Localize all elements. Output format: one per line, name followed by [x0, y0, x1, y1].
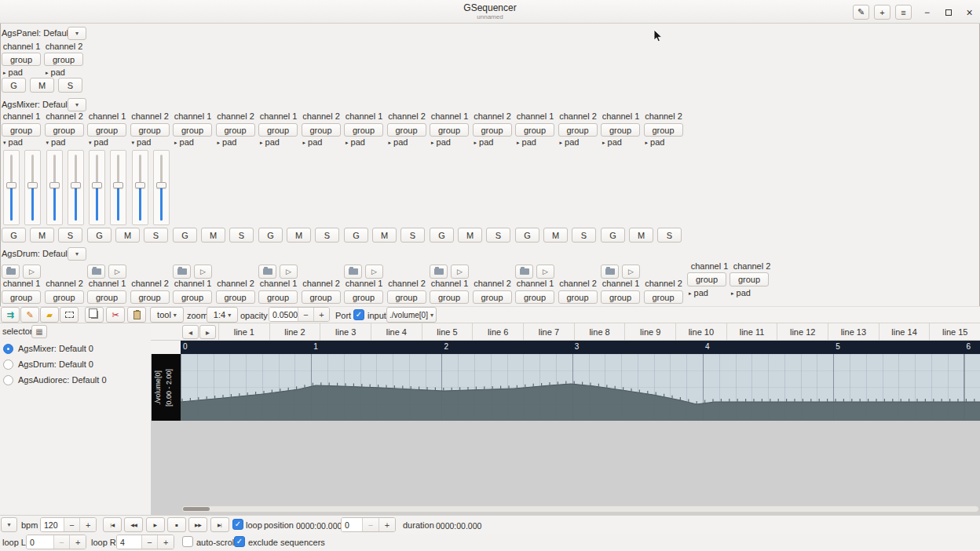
pad-expander[interactable]: ▸pad — [46, 68, 65, 77]
gms-s-button[interactable]: S — [58, 78, 82, 93]
bpm-decrement-button[interactable]: − — [64, 518, 80, 531]
line-header[interactable]: line 2 — [269, 323, 320, 340]
auto-scroll-checkbox[interactable] — [182, 536, 193, 547]
loop-right-value[interactable]: 4 — [117, 535, 141, 549]
gms-s-button[interactable]: S — [400, 228, 425, 243]
gms-s-button[interactable]: S — [229, 228, 254, 243]
scroll-left-button[interactable]: ◂ — [182, 325, 199, 339]
machine-menu-button[interactable]: ▾ — [68, 247, 86, 261]
group-button[interactable]: group — [216, 123, 255, 137]
gms-g-button[interactable]: G — [173, 228, 197, 243]
gms-g-button[interactable]: G — [2, 78, 26, 93]
gms-g-button[interactable]: G — [258, 228, 283, 243]
zoom-dropdown[interactable]: 1:4▾ — [207, 307, 238, 323]
add-button[interactable]: + — [874, 5, 890, 20]
group-button[interactable]: group — [473, 290, 512, 304]
machine-menu-button[interactable]: ▾ — [68, 27, 86, 40]
cut-button[interactable]: ✂ — [106, 307, 125, 323]
pad-expander[interactable]: ▾pad — [3, 137, 23, 147]
volume-slider[interactable] — [68, 150, 84, 225]
group-button[interactable]: group — [2, 290, 41, 304]
machine-menu-button[interactable]: ▾ — [68, 98, 86, 111]
play-button[interactable]: ▷ — [536, 265, 554, 279]
pad-expander[interactable]: ▸pad — [218, 137, 237, 147]
radio-icon[interactable] — [3, 375, 13, 385]
group-button[interactable]: group — [87, 123, 126, 137]
play-button[interactable]: ▷ — [23, 265, 41, 279]
opacity-value[interactable]: 0.0500 — [269, 308, 298, 321]
open-button[interactable] — [258, 265, 276, 279]
gms-g-button[interactable]: G — [515, 228, 539, 243]
line-header[interactable]: line 12 — [777, 323, 828, 340]
volume-slider[interactable] — [132, 150, 148, 225]
pad-expander[interactable]: ▾pad — [89, 137, 108, 147]
volume-slider[interactable] — [3, 150, 20, 225]
slider-handle[interactable] — [92, 182, 102, 188]
slider-handle[interactable] — [156, 182, 166, 188]
loop-left-value[interactable]: 0 — [27, 535, 53, 549]
volume-slider[interactable] — [110, 150, 126, 225]
loop-left-increment-button[interactable]: + — [69, 535, 86, 549]
port-dropdown[interactable]: ./volume[0]▾ — [386, 307, 437, 323]
group-button[interactable]: group — [173, 123, 212, 137]
group-button[interactable]: group — [387, 290, 426, 304]
line-header[interactable]: line 5 — [422, 323, 473, 340]
group-button[interactable]: group — [87, 290, 126, 304]
pad-expander[interactable]: ▸pad — [689, 288, 708, 297]
slider-handle[interactable] — [49, 182, 60, 188]
group-button[interactable]: group — [430, 290, 469, 304]
edit-button[interactable]: ✎ — [853, 5, 869, 20]
maximize-button[interactable] — [941, 5, 956, 20]
group-button[interactable]: group — [2, 123, 41, 137]
loop-checkbox[interactable]: ✓ — [232, 519, 243, 530]
position-increment-button[interactable]: + — [378, 518, 395, 531]
gms-m-button[interactable]: M — [115, 228, 140, 243]
paste-button[interactable] — [127, 307, 146, 323]
pad-expander[interactable]: ▸pad — [431, 137, 451, 147]
line-header[interactable]: line 6 — [472, 323, 523, 340]
stop-button[interactable]: ■ — [167, 517, 186, 532]
group-button[interactable]: group — [173, 290, 212, 304]
jump-forward-button[interactable]: ▶| — [210, 517, 229, 532]
bpm-value[interactable]: 120 — [41, 518, 64, 531]
pad-expander[interactable]: ▸pad — [303, 137, 323, 147]
position-spin-value[interactable]: 0 — [342, 518, 362, 531]
open-button[interactable] — [87, 265, 105, 279]
gms-m-button[interactable]: M — [458, 228, 482, 243]
hamburger-menu-button[interactable]: ≡ — [895, 5, 912, 20]
open-button[interactable] — [173, 265, 191, 279]
minimize-button[interactable]: − — [920, 5, 934, 20]
gms-s-button[interactable]: S — [572, 228, 596, 243]
edit-tool-button[interactable]: ✎ — [20, 307, 39, 323]
volume-slider[interactable] — [153, 150, 170, 225]
gms-g-button[interactable]: G — [344, 228, 368, 243]
pad-expander[interactable]: ▸pad — [645, 137, 665, 147]
gms-m-button[interactable]: M — [543, 228, 568, 243]
select-tool-button[interactable] — [60, 307, 79, 323]
close-button[interactable]: × — [962, 5, 977, 20]
group-button[interactable]: group — [45, 123, 84, 137]
clear-tool-button[interactable]: ▰ — [40, 307, 59, 323]
rewind-button[interactable]: ◀◀ — [124, 517, 143, 532]
open-button[interactable] — [515, 265, 533, 279]
jump-backward-button[interactable]: |◀ — [103, 517, 122, 532]
play-button[interactable]: ▷ — [280, 265, 298, 279]
play-button[interactable]: ▶ — [146, 517, 165, 532]
automation-lane[interactable] — [181, 354, 980, 421]
gms-m-button[interactable]: M — [287, 228, 311, 243]
gms-s-button[interactable]: S — [486, 228, 510, 243]
slider-handle[interactable] — [71, 182, 81, 188]
gms-m-button[interactable]: M — [30, 78, 54, 93]
opacity-decrement-button[interactable]: − — [298, 308, 313, 321]
pad-expander[interactable]: ▸pad — [389, 137, 408, 147]
group-button[interactable]: group — [45, 290, 84, 304]
group-button[interactable]: group — [601, 290, 640, 304]
play-button[interactable]: ▷ — [108, 265, 126, 279]
slider-handle[interactable] — [135, 182, 145, 188]
loop-left-decrement-button[interactable]: − — [53, 535, 70, 549]
open-button[interactable] — [2, 265, 20, 279]
group-button[interactable]: group — [344, 290, 383, 304]
pad-expander[interactable]: ▸pad — [517, 137, 536, 147]
selector-popup-button[interactable]: ▦ — [31, 325, 47, 338]
group-button[interactable]: group — [644, 123, 683, 137]
